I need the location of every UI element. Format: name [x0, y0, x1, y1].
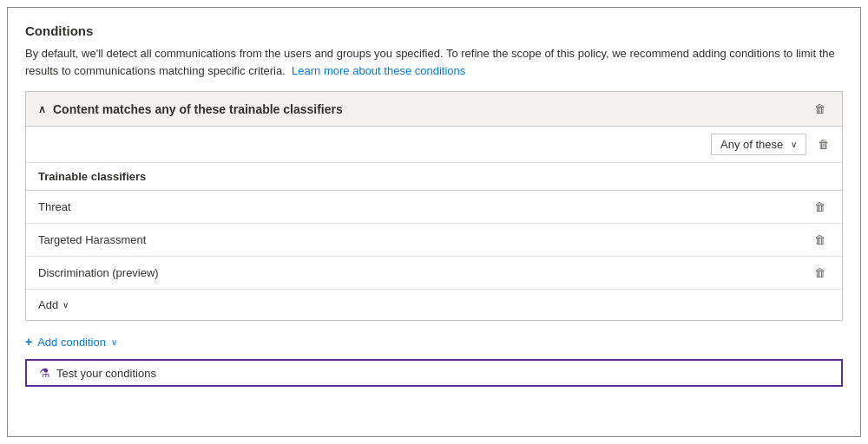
trash-icon: 🗑	[814, 266, 825, 279]
test-conditions-label: Test your conditions	[56, 367, 156, 380]
table-row: Discrimination (preview)🗑	[26, 257, 842, 290]
add-classifier-row: Add ∨	[26, 289, 842, 320]
add-caret-icon: ∨	[62, 300, 69, 310]
page-title: Conditions	[25, 23, 843, 38]
table-header-action	[798, 163, 842, 191]
test-conditions-button[interactable]: ⚗ Test your conditions	[25, 359, 843, 387]
condition-block: ∧ Content matches any of these trainable…	[25, 91, 843, 321]
any-of-these-label: Any of these	[720, 138, 783, 151]
any-of-these-row: Any of these ∨ 🗑	[26, 127, 842, 163]
condition-delete-button[interactable]: 🗑	[810, 101, 830, 117]
flask-icon: ⚗	[39, 366, 50, 380]
table-row: Targeted Harassment🗑	[26, 224, 842, 257]
table-row: Threat🗑	[26, 191, 842, 224]
description-text: By default, we'll detect all communicati…	[25, 45, 841, 79]
condition-header: ∧ Content matches any of these trainable…	[26, 92, 842, 127]
add-classifier-button[interactable]: Add ∨	[38, 297, 69, 313]
classifier-name: Discrimination (preview)	[26, 257, 798, 290]
row-delete-cell: 🗑	[798, 191, 842, 224]
add-condition-caret-icon: ∨	[111, 337, 117, 347]
trash-icon-2: 🗑	[818, 138, 829, 151]
classifiers-table: Trainable classifiers Threat🗑Targeted Ha…	[26, 163, 842, 289]
trash-icon: 🗑	[814, 200, 825, 213]
classifier-name: Targeted Harassment	[26, 224, 798, 257]
table-header: Trainable classifiers	[26, 163, 798, 191]
plus-icon: +	[25, 335, 32, 349]
any-of-these-delete-button[interactable]: 🗑	[813, 136, 833, 153]
row-delete-cell: 🗑	[798, 224, 842, 257]
row-delete-cell: 🗑	[798, 257, 842, 290]
trash-icon: 🗑	[814, 233, 825, 246]
chevron-up-icon[interactable]: ∧	[38, 103, 46, 115]
classifier-name: Threat	[26, 191, 798, 224]
learn-more-link[interactable]: Learn more about these conditions	[292, 64, 465, 77]
bottom-actions: + Add condition ∨ ⚗ Test your conditions	[25, 333, 843, 387]
any-of-these-dropdown[interactable]: Any of these ∨	[711, 134, 806, 155]
condition-header-left: ∧ Content matches any of these trainable…	[38, 102, 343, 116]
row-delete-button[interactable]: 🗑	[810, 232, 830, 248]
chevron-down-icon: ∨	[791, 140, 797, 149]
row-delete-button[interactable]: 🗑	[810, 199, 830, 215]
condition-title: Content matches any of these trainable c…	[53, 102, 343, 116]
add-condition-button[interactable]: + Add condition ∨	[25, 333, 843, 350]
add-label: Add	[38, 298, 58, 311]
row-delete-button[interactable]: 🗑	[810, 264, 830, 281]
add-condition-label: Add condition	[37, 336, 106, 349]
trash-icon: 🗑	[814, 102, 825, 115]
conditions-panel: Conditions By default, we'll detect all …	[7, 7, 861, 437]
